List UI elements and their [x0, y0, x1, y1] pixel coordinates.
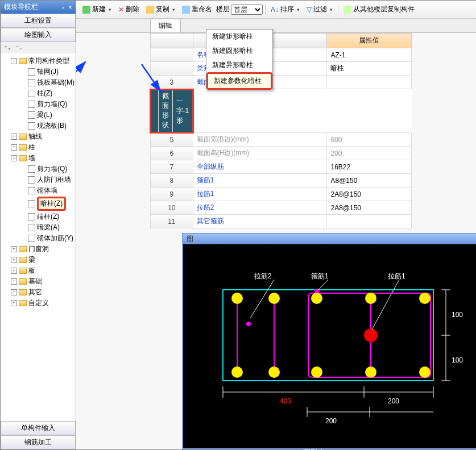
delete-button[interactable]: ✕删除 [115, 3, 142, 16]
tree-item[interactable]: 柱(Z) [37, 89, 52, 98]
tree-toggle[interactable]: + [11, 144, 17, 151]
tree-item[interactable]: 梁(L) [37, 110, 52, 120]
property-row[interactable]: 6截面高(H边)(mm)200 [151, 147, 412, 160]
tree-group[interactable]: 板 [28, 266, 35, 276]
close-icon[interactable]: × [68, 3, 72, 11]
folder-icon [19, 268, 27, 274]
raft-icon [28, 79, 35, 86]
tab-edit[interactable]: 编辑 [150, 19, 181, 32]
tree-item[interactable]: 砌体墙 [37, 186, 57, 195]
svg-point-16 [314, 289, 319, 293]
tree-item[interactable]: 暗梁(A) [37, 223, 60, 232]
svg-point-8 [365, 293, 376, 304]
sort-button[interactable]: A↓排序 [268, 3, 303, 16]
tree-item[interactable]: 剪力墙(Q) [37, 99, 67, 109]
new-button[interactable]: 新建 [80, 3, 114, 16]
tree-toggle[interactable]: + [11, 268, 17, 274]
svg-point-6 [268, 293, 280, 304]
copy-from-icon [343, 6, 351, 14]
tree-toggle[interactable]: + [11, 300, 17, 306]
folder-icon [19, 257, 27, 263]
tree-group[interactable]: 墙 [28, 153, 35, 163]
svg-point-12 [311, 366, 322, 378]
collapse-icon[interactable]: ⁻₋ [15, 44, 22, 52]
svg-point-5 [231, 293, 243, 304]
tree-item[interactable]: 人防门框墙 [37, 175, 71, 185]
folder-icon [19, 134, 27, 140]
svg-point-13 [365, 366, 376, 378]
tree-group[interactable]: 轴线 [28, 132, 42, 141]
filter-icon: ▽ [307, 6, 312, 14]
tree-item[interactable]: 轴网(J) [37, 67, 59, 77]
folder-icon [19, 155, 27, 161]
tree-item-hidden-column[interactable]: 暗柱(Z) [37, 197, 66, 211]
tree-toggle[interactable]: + [11, 134, 17, 140]
left-sidebar: 模块导航栏 ▫ × 工程设置 绘图输入 ⁺₊ ⁻₋ −常用构件类型 轴网(J) … [1, 1, 76, 449]
menu-item-irregular[interactable]: 新建异形暗柱 [206, 58, 272, 72]
tree-toggle[interactable]: + [11, 289, 17, 295]
tree-item[interactable]: 端柱(Z) [37, 212, 59, 222]
copy-icon [146, 6, 154, 14]
property-row[interactable]: 5截面宽(B边)(mm)600 [151, 133, 412, 147]
svg-text:100: 100 [452, 356, 463, 364]
single-component-button[interactable]: 单构件输入 [1, 421, 76, 435]
tree-group[interactable]: 门窗洞 [28, 244, 49, 254]
tree-root[interactable]: 常用构件类型 [28, 56, 69, 66]
tree-group[interactable]: 自定义 [28, 298, 49, 308]
tree-toggle[interactable]: − [11, 58, 17, 64]
rebar-process-button[interactable]: 钢筋加工 [1, 435, 76, 449]
tab-bar: 编辑 [76, 19, 476, 33]
svg-text:200: 200 [388, 397, 399, 405]
svg-text:箍筋1: 箍筋1 [311, 272, 329, 280]
svg-line-23 [372, 280, 399, 330]
property-row[interactable]: 名称AZ-1 [151, 48, 412, 62]
property-row[interactable]: 8箍筋1A8@150 [151, 174, 412, 188]
expand-icon[interactable]: ⁺₊ [4, 44, 11, 52]
tree-item[interactable]: 砌体加筋(Y) [37, 234, 73, 243]
draw-input-button[interactable]: 绘图输入 [1, 28, 76, 42]
tree-group[interactable]: 柱 [28, 143, 35, 152]
tree-toggle[interactable]: + [11, 246, 17, 252]
tree-toggle[interactable]: − [11, 155, 17, 161]
menu-item-parametric[interactable]: 新建参数化暗柱 [206, 72, 272, 90]
item-icon [28, 213, 35, 220]
new-icon [82, 6, 90, 14]
folder-icon [19, 300, 27, 306]
item-icon [28, 235, 35, 242]
col-value: 属性值 [327, 34, 412, 48]
filter-button[interactable]: ▽过滤 [304, 3, 336, 16]
property-row[interactable]: 10拉筋22A8@150 [151, 201, 412, 215]
property-row[interactable]: 截面形状一字-1形 [151, 90, 193, 132]
property-row[interactable]: 3截面编辑 [151, 76, 412, 89]
mini-toolbar: ⁺₊ ⁻₋ [1, 42, 76, 53]
tree-group[interactable]: 其它 [28, 288, 42, 297]
tree-item[interactable]: 现浇板(B) [37, 121, 67, 131]
settings-button[interactable]: 工程设置 [1, 14, 76, 28]
menu-item-circle[interactable]: 新建圆形暗柱 [206, 44, 272, 58]
svg-rect-0 [223, 290, 433, 381]
item-icon [28, 224, 35, 231]
menu-item-rect[interactable]: 新建矩形暗柱 [206, 30, 272, 44]
tree-toggle[interactable]: + [11, 278, 17, 285]
svg-point-9 [419, 293, 431, 304]
new-dropdown-menu: 新建矩形暗柱 新建圆形暗柱 新建异形暗柱 新建参数化暗柱 [206, 29, 273, 90]
grid-icon [28, 68, 35, 76]
tree-group[interactable]: 基础 [28, 277, 42, 286]
property-row[interactable]: 11其它箍筋 [151, 215, 412, 228]
tree-group[interactable]: 梁 [28, 255, 35, 265]
svg-point-14 [419, 366, 431, 378]
tree-toggle[interactable]: + [11, 257, 17, 263]
copy-from-floor-button[interactable]: 从其他楼层复制构件 [341, 3, 417, 16]
pin-icon[interactable]: ▫ [61, 3, 64, 11]
tree-item[interactable]: 剪力墙(Q) [37, 164, 67, 174]
floor-select[interactable]: 首层 [231, 5, 263, 15]
property-row[interactable]: 类别暗柱 [151, 62, 412, 76]
component-tree[interactable]: −常用构件类型 轴网(J) 筏板基础(M) 柱(Z) 剪力墙(Q) 梁(L) 现… [1, 53, 76, 421]
property-row[interactable]: 7全部纵筋16B22 [151, 160, 412, 174]
section-diagram: 图 拉筋2 箍筋1 [182, 233, 476, 449]
property-row[interactable]: 9拉筋12A8@150 [151, 188, 412, 201]
tree-item[interactable]: 筏板基础(M) [37, 78, 74, 88]
rename-button[interactable]: 重命名 [179, 3, 215, 16]
svg-point-11 [268, 366, 280, 378]
copy-button[interactable]: 复制 [143, 3, 178, 16]
